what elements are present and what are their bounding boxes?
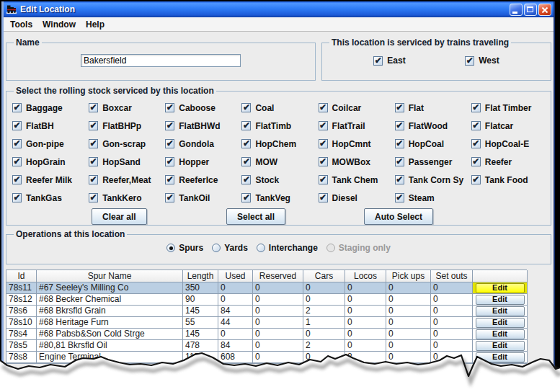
column-header-cars[interactable]: Cars [303, 270, 345, 282]
rolling-stock-checkbox-flattimb[interactable]: ✔FlatTimb [241, 117, 318, 135]
radio-interchange[interactable]: Interchange [257, 243, 318, 253]
rolling-stock-checkbox-flatbh[interactable]: ✔FlatBH [12, 117, 89, 135]
column-header-edit[interactable] [473, 270, 528, 282]
column-header-locos[interactable]: Locos [345, 270, 386, 282]
column-header-length[interactable]: Length [183, 270, 218, 282]
rolling-stock-checkbox-hopcoal-e[interactable]: ✔HopCoal-E [471, 135, 548, 153]
column-header-reserved[interactable]: Reserved [253, 270, 303, 282]
rolling-stock-checkbox-tankkero[interactable]: ✔TankKero [89, 189, 165, 207]
column-header-id[interactable]: Id [6, 270, 37, 282]
rolling-stock-checkbox-caboose[interactable]: ✔Caboose [165, 99, 241, 117]
table-cell: 0 [431, 317, 473, 329]
rolling-stock-checkbox-tank-corn-sy[interactable]: ✔Tank Corn Sy [395, 171, 471, 189]
rolling-stock-checkbox-reeferice[interactable]: ✔ReeferIce [165, 171, 241, 189]
rolling-stock-checkbox-hopgrain[interactable]: ✔HopGrain [12, 153, 89, 171]
select-all-button[interactable]: Select all [226, 208, 285, 225]
checkbox-label: FlatBH [26, 121, 54, 131]
clear-all-button[interactable]: Clear all [92, 208, 147, 225]
rolling-stock-checkbox-hopsand[interactable]: ✔HopSand [89, 153, 165, 171]
rolling-stock-checkbox-flat[interactable]: ✔Flat [395, 99, 471, 117]
rolling-stock-checkbox-mowbox[interactable]: ✔MOWBox [319, 153, 395, 171]
edit-button[interactable]: Edit [476, 283, 525, 293]
edit-button[interactable]: Edit [476, 295, 525, 305]
rolling-stock-checkbox-tank-chem[interactable]: ✔Tank Chem [319, 171, 395, 189]
minimize-button[interactable] [510, 4, 523, 16]
rolling-stock-checkbox-tank-food[interactable]: ✔Tank Food [471, 171, 548, 189]
checkbox-icon: ✔ [395, 103, 404, 112]
radio-spurs[interactable]: Spurs [166, 243, 203, 253]
rolling-stock-checkbox-reefer-milk[interactable]: ✔Reefer Milk [12, 171, 89, 189]
rolling-stock-checkbox-steam[interactable]: ✔Steam [395, 189, 471, 207]
radio-yards[interactable]: Yards [212, 243, 248, 253]
rolling-stock-checkbox-coilcar[interactable]: ✔Coilcar [319, 99, 395, 117]
rolling-stock-checkbox-flatwood[interactable]: ✔FlatWood [395, 117, 471, 135]
rolling-stock-checkbox-gon-pipe[interactable]: ✔Gon-pipe [12, 135, 89, 153]
rolling-stock-checkbox-diesel[interactable]: ✔Diesel [319, 189, 395, 207]
rolling-stock-checkbox-passenger[interactable]: ✔Passenger [395, 153, 471, 171]
window-frame: Edit Location ToolsWindowHelp Name This … [1, 1, 555, 376]
table-cell: 0 [303, 294, 345, 306]
rolling-stock-checkbox-boxcar[interactable]: ✔Boxcar [89, 99, 165, 117]
table-cell: 0 [253, 329, 303, 340]
train-icon[interactable] [6, 4, 17, 15]
table-cell: 90 [183, 294, 218, 306]
rolling-stock-checkbox-flat-timber[interactable]: ✔Flat Timber [471, 99, 548, 117]
column-header-set-outs[interactable]: Set outs [431, 270, 473, 282]
rolling-stock-checkbox-reefer[interactable]: ✔Reefer [471, 153, 548, 171]
edit-cell: Edit [473, 317, 528, 329]
screenshot-page: Edit Location ToolsWindowHelp Name This … [0, 0, 560, 392]
rolling-stock-checkbox-flattrail[interactable]: ✔FlatTrail [319, 117, 395, 135]
rolling-stock-checkbox-flatcar[interactable]: ✔Flatcar [471, 117, 548, 135]
table-cell: 0 [218, 282, 253, 294]
rolling-stock-checkbox-stock[interactable]: ✔Stock [241, 171, 318, 189]
location-name-input[interactable] [81, 54, 241, 67]
rolling-stock-checkbox-hopcmnt[interactable]: ✔HopCmnt [319, 135, 395, 153]
rolling-stock-checkbox-flatbhpp[interactable]: ✔FlatBHPp [89, 117, 165, 135]
direction-checkbox-west[interactable]: ✔West [465, 55, 499, 66]
edit-button[interactable]: Edit [476, 318, 525, 328]
rolling-stock-checkbox-hopcoal[interactable]: ✔HopCoal [395, 135, 471, 153]
rolling-stock-checkbox-hopper[interactable]: ✔Hopper [165, 153, 241, 171]
column-header-used[interactable]: Used [218, 270, 253, 282]
rolling-stock-checkbox-gondola[interactable]: ✔Gondola [165, 135, 241, 153]
rolling-stock-checkbox-tankgas[interactable]: ✔TankGas [12, 189, 89, 207]
menu-item-tools[interactable]: Tools [6, 19, 37, 30]
rolling-stock-checkbox-mow[interactable]: ✔MOW [241, 153, 318, 171]
title-bar[interactable]: Edit Location [4, 1, 554, 17]
name-panel: Name [6, 37, 316, 81]
close-button[interactable] [538, 4, 551, 16]
radio-icon [212, 244, 221, 252]
checkbox-icon: ✔ [395, 157, 404, 166]
checkbox-label: FlatTrail [332, 121, 365, 131]
checkbox-label: FlatBHPp [102, 121, 141, 131]
edit-button[interactable]: Edit [476, 329, 525, 339]
maximize-button[interactable] [524, 4, 537, 16]
menu-item-window[interactable]: Window [38, 19, 80, 30]
rolling-stock-checkbox-reefer-meat[interactable]: ✔Reefer,Meat [89, 171, 165, 189]
rolling-stock-checkbox-tankveg[interactable]: ✔TankVeg [241, 189, 318, 207]
checkbox-label: TankGas [26, 193, 62, 203]
table-cell: #68 Bkrsfld Grain [37, 306, 183, 317]
edit-button[interactable]: Edit [476, 306, 525, 316]
checkbox-icon: ✔ [395, 121, 404, 130]
rolling-stock-checkbox-baggage[interactable]: ✔Baggage [12, 99, 89, 117]
table-cell: #68 Heritage Furn [37, 317, 183, 329]
checkbox-label: Hopper [179, 157, 209, 167]
rolling-stock-checkbox-tankoil[interactable]: ✔TankOil [165, 189, 241, 207]
table-cell: 0 [345, 329, 386, 340]
column-header-spur-name[interactable]: Spur Name [37, 270, 183, 282]
table-cell: 0 [431, 294, 473, 306]
radio-icon [257, 244, 265, 252]
menu-item-help[interactable]: Help [81, 19, 109, 30]
table-cell: #68 Pabsb&Son Cold Strge [37, 329, 183, 340]
radio-icon [166, 244, 175, 252]
rolling-stock-checkbox-gon-scrap[interactable]: ✔Gon-scrap [89, 135, 165, 153]
rolling-stock-checkbox-flatbhwd[interactable]: ✔FlatBHWd [165, 117, 241, 135]
checkbox-label: Tank Chem [332, 175, 378, 185]
rolling-stock-checkbox-coal[interactable]: ✔Coal [241, 99, 318, 117]
rolling-stock-checkbox-hopchem[interactable]: ✔HopChem [241, 135, 318, 153]
auto-select-button[interactable]: Auto Select [364, 208, 433, 225]
direction-checkbox-east[interactable]: ✔East [373, 55, 405, 66]
column-header-pick-ups[interactable]: Pick ups [386, 270, 431, 282]
table-cell: 0 [345, 306, 386, 317]
